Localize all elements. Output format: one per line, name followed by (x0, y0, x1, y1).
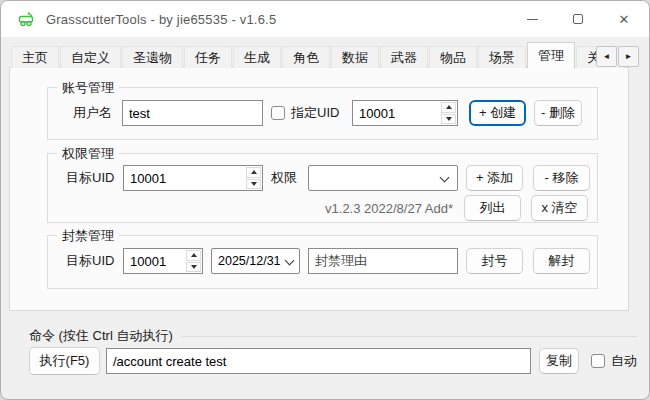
tab-scroll-left-button[interactable]: ◄ (596, 46, 617, 67)
close-icon: ✕ (619, 13, 630, 26)
command-title: 命令 (按住 Ctrl 自动执行) (29, 327, 173, 345)
chevron-down-icon (440, 173, 450, 183)
list-permission-button[interactable]: 列出 (464, 195, 521, 221)
tab-avatar[interactable]: 角色 (282, 46, 330, 68)
titlebar: GrasscutterTools - by jie65535 - v1.6.5 … (1, 1, 649, 37)
ban-button[interactable]: 封号 (466, 248, 523, 274)
permission-version-note: v1.2.3 2022/8/27 Add* (325, 201, 453, 216)
execute-button[interactable]: 执行(F5) (29, 347, 100, 375)
delete-account-label: - 删除 (541, 104, 575, 122)
auto-checkbox[interactable] (591, 354, 605, 368)
tab-scene[interactable]: 场景 (478, 46, 526, 68)
spinner-up-icon[interactable] (441, 102, 456, 113)
ban-reason-placeholder: 封禁理由 (315, 252, 367, 270)
perm-target-uid-label: 目标UID (66, 169, 123, 187)
minimize-icon (527, 19, 538, 20)
ban-button-label: 封号 (482, 252, 508, 270)
close-button[interactable]: ✕ (601, 1, 647, 37)
tab-home[interactable]: 主页 (11, 46, 59, 68)
auto-checkbox-label: 自动 (611, 352, 637, 370)
ban-date-picker[interactable]: 2025/12/31 (211, 248, 300, 274)
chevron-down-icon (285, 256, 295, 266)
permission-label: 权限 (271, 169, 308, 187)
spinner-down-icon[interactable] (441, 114, 456, 125)
tab-scroll-buttons: ◄ ► (595, 46, 639, 67)
perm-target-uid-value: 10001 (124, 166, 245, 190)
tab-scroll-right-icon: ► (625, 52, 633, 61)
ban-target-uid-value: 10001 (124, 249, 185, 273)
ban-row: 目标UID 10001 2025/12/31 封禁理由 封号 (48, 248, 597, 274)
copy-button-label: 复制 (546, 352, 572, 370)
tab-weapon[interactable]: 武器 (380, 46, 428, 68)
permission-group-title: 权限管理 (57, 145, 119, 163)
specify-uid-label: 指定UID (291, 104, 340, 122)
tab-data[interactable]: 数据 (331, 46, 379, 68)
copy-button[interactable]: 复制 (539, 348, 579, 374)
tab-spawn[interactable]: 生成 (233, 46, 281, 68)
tab-strip: 主页自定义圣遗物任务生成角色数据武器物品场景管理关于 (11, 42, 625, 68)
command-input-value: /account create test (113, 354, 226, 369)
permission-row-2: v1.2.3 2022/8/27 Add* 列出 x 清空 (48, 195, 597, 221)
command-section-header: 命令 (按住 Ctrl 自动执行) (29, 327, 637, 345)
add-permission-label: + 添加 (476, 169, 513, 187)
tab-item[interactable]: 物品 (429, 46, 477, 68)
command-divider (182, 336, 637, 337)
ban-reason-input[interactable]: 封禁理由 (308, 248, 458, 274)
permission-row-1: 目标UID 10001 权限 + 添加 - 移除 (48, 165, 597, 191)
spinner-down-icon[interactable] (246, 179, 261, 190)
tab-page-management: 账号管理 用户名 test 指定UID 10001 + 创建 (9, 67, 629, 311)
remove-permission-button[interactable]: - 移除 (533, 165, 590, 191)
add-permission-button[interactable]: + 添加 (466, 165, 523, 191)
ban-management-group: 封禁管理 目标UID 10001 2025/12/31 封禁理由 (47, 235, 598, 289)
tab-custom[interactable]: 自定义 (60, 46, 121, 68)
permission-combobox[interactable] (308, 165, 458, 191)
remove-permission-label: - 移除 (545, 169, 579, 187)
specify-uid-checkbox[interactable] (271, 106, 285, 120)
account-uid-spinner[interactable]: 10001 (352, 100, 458, 126)
tab-scroll-right-button[interactable]: ► (618, 46, 639, 67)
window-title: GrasscutterTools - by jie65535 - v1.6.5 (46, 12, 276, 27)
create-account-label: + 创建 (479, 104, 516, 122)
username-value: test (129, 106, 150, 121)
unban-button-label: 解封 (549, 252, 575, 270)
account-uid-value: 10001 (353, 101, 440, 125)
ban-date-value: 2025/12/31 (218, 254, 281, 268)
spinner-up-icon[interactable] (246, 167, 261, 178)
permission-management-group: 权限管理 目标UID 10001 权限 + 添加 (47, 153, 598, 223)
username-input[interactable]: test (122, 100, 263, 126)
command-row: 执行(F5) /account create test 复制 自动 (29, 347, 637, 375)
maximize-icon (573, 14, 583, 24)
username-label: 用户名 (73, 104, 117, 122)
account-management-group: 账号管理 用户名 test 指定UID 10001 + 创建 (47, 87, 598, 140)
tab-management[interactable]: 管理 (527, 42, 575, 69)
delete-account-button[interactable]: - 删除 (534, 100, 582, 126)
spinner-down-icon[interactable] (186, 262, 201, 273)
clear-permission-label: x 清空 (541, 199, 577, 217)
ban-target-uid-spinner[interactable]: 10001 (123, 248, 203, 274)
tab-scroll-left-icon: ◄ (603, 52, 611, 61)
app-window: GrasscutterTools - by jie65535 - v1.6.5 … (0, 0, 650, 400)
maximize-button[interactable] (555, 1, 601, 37)
ban-group-title: 封禁管理 (57, 227, 119, 245)
tab-artifact[interactable]: 圣遗物 (122, 46, 183, 68)
window-controls: ✕ (509, 1, 647, 37)
account-group-title: 账号管理 (57, 79, 119, 97)
spinner-up-icon[interactable] (186, 250, 201, 261)
grasscutter-logo-icon (17, 11, 37, 27)
execute-button-label: 执行(F5) (40, 352, 90, 370)
perm-target-uid-spinner[interactable]: 10001 (123, 165, 263, 191)
minimize-button[interactable] (509, 1, 555, 37)
command-input[interactable]: /account create test (106, 348, 531, 374)
clear-permission-button[interactable]: x 清空 (531, 195, 588, 221)
account-row: 用户名 test 指定UID 10001 + 创建 - 删除 (48, 100, 597, 126)
unban-button[interactable]: 解封 (533, 248, 590, 274)
create-account-button[interactable]: + 创建 (469, 100, 526, 126)
ban-target-uid-label: 目标UID (66, 252, 123, 270)
list-permission-label: 列出 (480, 199, 506, 217)
tab-quest[interactable]: 任务 (184, 46, 232, 68)
